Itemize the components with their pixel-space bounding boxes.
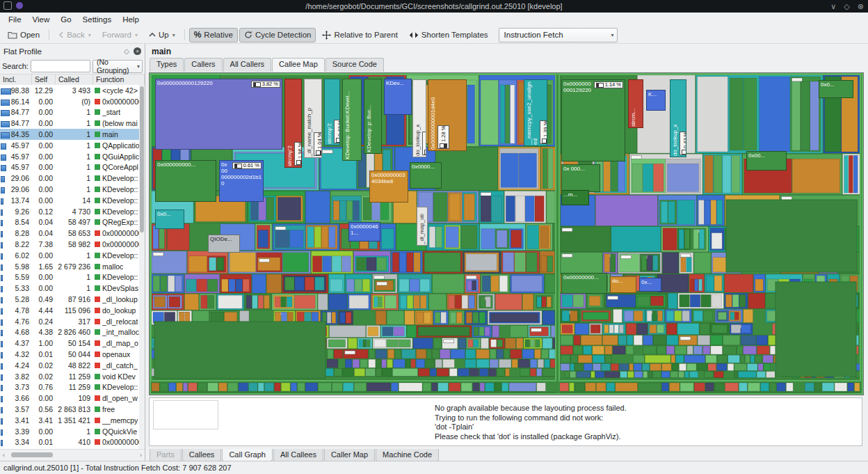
- table-row[interactable]: 45.970.001QCoreAppl: [0, 162, 139, 173]
- table-row[interactable]: 4.684.382 826 460_int_malloc: [0, 327, 139, 338]
- table-row[interactable]: 4.371.0050 154_dl_map_o: [0, 338, 139, 349]
- treemap-block[interactable]: ...m...: [561, 190, 589, 205]
- table-row[interactable]: 5.280.4987 916_dl_lookup: [0, 294, 139, 305]
- tab-callees[interactable]: Callees: [182, 449, 222, 461]
- table-row[interactable]: 3.413.411 351 421__memcpy: [0, 415, 139, 426]
- grouping-select[interactable]: (No Grouping) ▾: [93, 60, 143, 73]
- treemap-block[interactable]: 0x000000000...: [155, 160, 216, 202]
- tab-callee-map[interactable]: Callee Map: [272, 58, 325, 72]
- column-header-function[interactable]: Function: [93, 74, 145, 86]
- table-row[interactable]: 3.730.7611 259KDevelop::: [0, 382, 139, 393]
- table-row[interactable]: 86.140.00(0)0x00000000: [0, 96, 139, 107]
- table-row[interactable]: 3.820.0211 259void KDev: [0, 371, 139, 382]
- toolbar-back[interactable]: Back▾: [54, 28, 96, 42]
- tab-all-callees[interactable]: All Callees: [273, 449, 323, 461]
- table-row[interactable]: 8.280.0458 6530x00000000: [0, 228, 139, 239]
- column-header-self[interactable]: Self: [32, 74, 56, 86]
- tab-all-callers[interactable]: All Callers: [223, 58, 272, 72]
- treemap-block[interactable]: 0x0...: [819, 80, 853, 98]
- toolbar-up[interactable]: Up▾: [144, 28, 180, 42]
- column-header-incl[interactable]: Incl.: [0, 74, 32, 86]
- table-row[interactable]: 4.760.24317_dl_relocat: [0, 316, 139, 327]
- event-type-select[interactable]: Instruction Fetch▾: [499, 28, 618, 42]
- treemap-block[interactable]: 0x00000000001d4e01.28 %: [428, 79, 467, 151]
- tab-source-code[interactable]: Source Code: [326, 58, 384, 72]
- treemap-block[interactable]: QIODe...: [208, 235, 240, 253]
- treemap-block[interactable]: _dl_name_match_p1.04 %: [304, 79, 322, 158]
- treemap-block[interactable]: 0x0000000034034be8: [369, 171, 408, 203]
- search-input[interactable]: [31, 60, 90, 72]
- tab-call-graph[interactable]: Call Graph: [222, 449, 273, 461]
- treemap-block[interactable]: __memcpy_sse2_unaligned1.39 %: [524, 79, 547, 146]
- menu-view[interactable]: View: [27, 14, 56, 25]
- treemap-block[interactable]: 3.82 %0x0000000000129220: [155, 79, 282, 150]
- table-row[interactable]: 8.227.3858 9820x00000000: [0, 239, 139, 250]
- treemap-block[interactable]: strcmp'21.96 %: [284, 79, 302, 168]
- titlebar[interactable]: /home/sergobot/Documents/GCI/screenshots…: [0, 0, 868, 13]
- table-row[interactable]: 3.660.00109dl_open_w: [0, 393, 139, 404]
- toolbar-open[interactable]: Open: [3, 28, 45, 42]
- minimize-button[interactable]: ∨: [830, 2, 836, 11]
- treemap-block[interactable]: 1.14 %0x0000000000129220: [561, 79, 625, 161]
- tab-caller-map[interactable]: Caller Map: [324, 449, 375, 461]
- flat-profile-table[interactable]: 98.3812.293 493<cycle 42>86.140.00(0)0x0…: [0, 85, 139, 450]
- scroll-left-icon[interactable]: ‹: [3, 452, 5, 459]
- table-row[interactable]: 4.784.44115 096do_lookup: [0, 305, 139, 316]
- horizontal-scrollbar[interactable]: ‹ ›: [0, 449, 145, 461]
- treemap-block[interactable]: KDev...: [384, 79, 412, 115]
- maximize-button[interactable]: ◇: [844, 2, 849, 11]
- treemap-block[interactable]: K...: [646, 90, 666, 111]
- treemap-block[interactable]: strcmp'20.43 %: [324, 79, 340, 145]
- scroll-right-icon[interactable]: ›: [140, 452, 142, 459]
- table-row[interactable]: 9.260.124 730KDevelop::: [0, 206, 139, 217]
- table-row[interactable]: 29.060.001KDevelop::: [0, 184, 139, 195]
- toolbar-forward[interactable]: Forward▾: [97, 28, 143, 42]
- table-row[interactable]: 4.240.0248 822_dl_catch_: [0, 360, 139, 371]
- menu-help[interactable]: Help: [117, 14, 145, 25]
- treemap-block[interactable]: do_lookup_x1.44 %: [412, 79, 426, 157]
- treemap-block[interactable]: _dl_map_obj...: [417, 207, 428, 246]
- treemap-block[interactable]: strcm...: [628, 79, 643, 128]
- treemap-block[interactable]: 0x00000461...: [348, 222, 380, 242]
- treemap-block[interactable]: 0.61 %0x00000000002d1b10: [219, 160, 264, 202]
- table-row[interactable]: 5.590.001KDevelop::: [0, 272, 139, 283]
- treemap-block[interactable]: 0x0...: [155, 210, 184, 229]
- table-row[interactable]: 84.770.001_start: [0, 107, 139, 118]
- treemap-block[interactable]: KDevelop::p::Buc...: [364, 79, 382, 154]
- column-header-called[interactable]: Called: [56, 74, 93, 86]
- toolbar-relative-to-parent[interactable]: Relative to Parent: [317, 28, 402, 42]
- menu-settings[interactable]: Settings: [77, 14, 118, 25]
- toolbar-relative[interactable]: %Relative: [189, 28, 238, 42]
- table-row[interactable]: 3.570.562 863 813free: [0, 404, 139, 415]
- table-row[interactable]: 98.3812.293 493<cycle 42>: [0, 85, 139, 96]
- treemap-block[interactable]: 0x0000...: [410, 162, 442, 189]
- table-row[interactable]: 8.540.0458 497QRegExp::: [0, 217, 139, 228]
- treemap-block[interactable]: KDevelop::Bucket:KDevel...: [342, 79, 362, 161]
- treemap-block[interactable]: do_lookup_x0.43 %: [670, 79, 686, 157]
- menu-go[interactable]: Go: [55, 14, 77, 25]
- table-row[interactable]: 5.330.001KDevSplas: [0, 283, 139, 294]
- tab-types[interactable]: Types: [150, 58, 184, 72]
- table-row[interactable]: 45.970.001QGuiApplic: [0, 151, 139, 162]
- table-row[interactable]: 5.981.652 679 236malloc: [0, 261, 139, 272]
- tab-callers[interactable]: Callers: [184, 58, 222, 72]
- close-button[interactable]: ⊗: [858, 2, 864, 11]
- close-dock-icon[interactable]: ×: [134, 47, 141, 55]
- callee-map[interactable]: 3.82 %0x0000000000129220strcmp'21.96 %_d…: [149, 72, 864, 395]
- table-row[interactable]: 84.350.001main: [0, 129, 139, 140]
- treemap-block[interactable]: 0x 000...: [561, 164, 600, 192]
- table-row[interactable]: 6.020.001KDevelop::: [0, 250, 139, 261]
- table-row[interactable]: 29.060.001KDevelop::: [0, 173, 139, 184]
- table-row[interactable]: 3.340.014100x00000000: [0, 437, 139, 448]
- toolbar-cycle-detection[interactable]: Cycle Detection: [239, 28, 316, 42]
- vertical-scrollbar[interactable]: [139, 85, 145, 450]
- treemap-block[interactable]: 0x00000000...: [561, 273, 607, 294]
- table-row[interactable]: 13.740.0014KDevelop::: [0, 195, 139, 206]
- toolbar-shorten-templates[interactable]: Shorten Templates: [404, 28, 493, 42]
- table-row[interactable]: 84.770.001(below mai: [0, 118, 139, 129]
- table-row[interactable]: 45.970.001QApplicatio: [0, 140, 139, 151]
- menu-file[interactable]: File: [3, 14, 27, 25]
- tab-machine-code[interactable]: Machine Code: [376, 449, 439, 461]
- table-row[interactable]: 4.320.0150 044openaux: [0, 349, 139, 360]
- float-dock-icon[interactable]: ◇: [124, 47, 129, 55]
